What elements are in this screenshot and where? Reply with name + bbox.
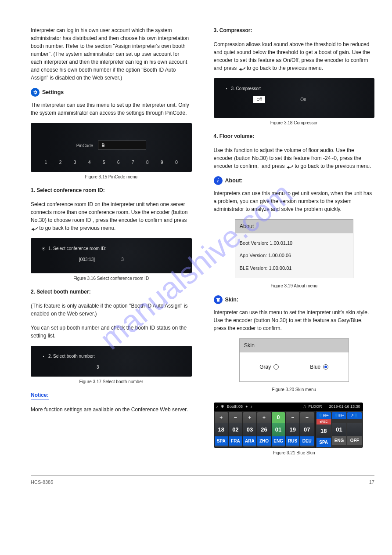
panel-booth: Booth:05 [227, 404, 243, 410]
back-arrow-icon [31, 226, 38, 231]
headset-icon: ♪ [216, 404, 219, 410]
figure-caption-6: Figure 3.20 Skin menu [214, 386, 375, 393]
figure-caption-2: Figure 3.16 Select conference room ID [31, 275, 192, 282]
dot-icon: ● [245, 404, 248, 410]
digit-5[interactable]: 5 [103, 159, 105, 166]
channel-rus[interactable]: −19RUS [286, 412, 299, 447]
ble-version: BLE Version: 1.00.00.01 [240, 262, 349, 275]
notice-label: Notice: [31, 391, 49, 399]
blue-skin-panel: ♪ ✱ Booth:05 ● ♪ ⎍ FLOOR 2019-01-16 13:3… [214, 403, 363, 448]
svg-point-0 [43, 248, 44, 249]
digit-1[interactable]: 1 [45, 159, 47, 166]
sec3-title: 3. Compressor: [214, 26, 375, 34]
shot-room-id: [003:13] [79, 256, 95, 263]
panel-floor: FLOOR [308, 404, 322, 410]
digit-6[interactable]: 6 [117, 159, 120, 166]
skin-gray-option[interactable]: Gray [259, 363, 279, 371]
boot-version: Boot Version: 1.00.01.10 [240, 237, 349, 250]
skin-heading-text: Skin: [225, 296, 239, 304]
digit-7[interactable]: 7 [132, 159, 134, 166]
out-off[interactable]: ↗👤 OFF [347, 412, 362, 447]
about-heading: i About: [214, 176, 375, 185]
skin-box-title: Skin [240, 339, 349, 352]
about-heading-text: About: [225, 177, 243, 185]
back-arrow-icon [286, 164, 293, 169]
skin-heading: Skin: [214, 295, 375, 304]
figure-caption-1: Figure 3.15 PinCode menu [31, 174, 192, 180]
gear-icon [41, 354, 46, 359]
figure-caption-5: Figure 3.19 About menu [214, 283, 375, 289]
figure-caption-3: Figure 3.17 Select booth number [31, 378, 192, 385]
shot-room-label: 1. Select conference room ID: [48, 245, 106, 252]
digit-8[interactable]: 8 [146, 159, 149, 166]
sec1-title: 1. Select conference room ID: [31, 186, 192, 194]
sec2-title: 2. Select booth number: [31, 288, 192, 296]
panel-time: 2019-01-16 13:30 [329, 404, 360, 410]
channel-deu[interactable]: −07DEU [300, 412, 314, 447]
about-box: About Boot Version: 1.00.01.10 App Versi… [235, 219, 353, 278]
left-column: Interpreter can log in his own user acco… [31, 26, 192, 462]
out-spa[interactable]: 👤99+ ●REC 18 SPA [316, 412, 331, 447]
mic-icon: ⎍ [303, 404, 306, 410]
sec4-text: Use this function to adjust the volume o… [214, 146, 375, 170]
svg-point-1 [43, 355, 44, 357]
app-version: App Version: 1.00.00.06 [240, 249, 349, 262]
shot-room-val[interactable]: 3 [121, 256, 124, 263]
channel-fra[interactable]: −02FRA [229, 412, 242, 447]
sec2-text2: You can set up booth number and check th… [31, 324, 192, 340]
settings-heading-text: Settings [42, 88, 64, 97]
info-icon: i [214, 176, 223, 185]
screenshot-booth: 2. Select booth number: 3 [31, 346, 192, 377]
settings-heading: Settings [31, 88, 192, 97]
notice: Notice: [31, 391, 192, 399]
gear-icon [224, 87, 229, 91]
digit-0[interactable]: 0 [175, 159, 178, 166]
note-icon: ♪ [250, 404, 252, 410]
footer-model: HCS-8385 [31, 479, 53, 486]
sec4-title: 4. Floor volume: [214, 132, 375, 140]
channel-spa[interactable]: +18SPA [215, 412, 228, 447]
shot-booth-val[interactable]: 3 [97, 365, 99, 370]
settings-para: The interpreter can use this menu to set… [31, 101, 192, 117]
digit-3[interactable]: 3 [74, 159, 76, 166]
svg-point-2 [226, 88, 227, 89]
digit-9[interactable]: 9 [161, 159, 163, 166]
compressor-off[interactable]: Off [253, 96, 266, 103]
gear-icon [31, 88, 40, 97]
sec1-text: Select conference room ID on the interpr… [31, 200, 192, 232]
notice-text: More function settings are available on … [31, 406, 192, 414]
skin-box: Skin Gray Blue [239, 338, 349, 382]
out-eng[interactable]: 👤99+ 01 ENG [332, 412, 346, 447]
footer-page: 17 [369, 479, 374, 486]
pincode-label: PinCode [76, 143, 93, 148]
intro-para: Interpreter can log in his own user acco… [31, 26, 192, 82]
skin-blue-label: Blue [310, 363, 320, 371]
page-body: Interpreter can log in his own user acco… [0, 0, 392, 475]
shirt-icon [214, 295, 223, 304]
screenshot-room-id: 1. Select conference room ID: [003:13] 3 [31, 238, 192, 273]
skin-text: Interpreter can use this menu to set the… [214, 308, 375, 332]
digit-2[interactable]: 2 [59, 159, 62, 166]
figure-caption-4: Figure 3.18 Compressor [214, 120, 375, 126]
skin-blue-option[interactable]: Blue [310, 363, 328, 371]
shot-comp-label: 3. Compressor: [231, 85, 261, 92]
bluetooth-icon: ✱ [221, 404, 224, 410]
sec2-text: (This feature is only available if the o… [31, 302, 192, 318]
channel-eng[interactable]: 001ENG [272, 412, 285, 447]
footer: HCS-8385 17 [0, 476, 392, 486]
digit-4[interactable]: 4 [88, 159, 91, 166]
screenshot-pincode: PinCode 1 2 3 4 5 6 7 8 9 0 [31, 123, 192, 172]
lock-icon [101, 143, 105, 147]
sec3-text: Compression allows loud sound above the … [214, 40, 375, 72]
about-box-title: About [235, 220, 353, 233]
pincode-input[interactable] [98, 141, 146, 149]
skin-gray-label: Gray [259, 363, 271, 371]
channel-ara[interactable]: +03ARA [243, 412, 257, 447]
right-column: 3. Compressor: Compression allows loud s… [214, 26, 375, 462]
about-text: Interpreters can use this menu to get un… [214, 189, 375, 213]
shot-booth-label: 2. Select booth number: [48, 353, 95, 359]
figure-caption-7: Figure 3.21 Blue Skin [214, 450, 375, 456]
compressor-on[interactable]: On [300, 96, 306, 103]
channel-zho[interactable]: +26ZHO [257, 412, 271, 447]
gear-icon [41, 247, 46, 251]
